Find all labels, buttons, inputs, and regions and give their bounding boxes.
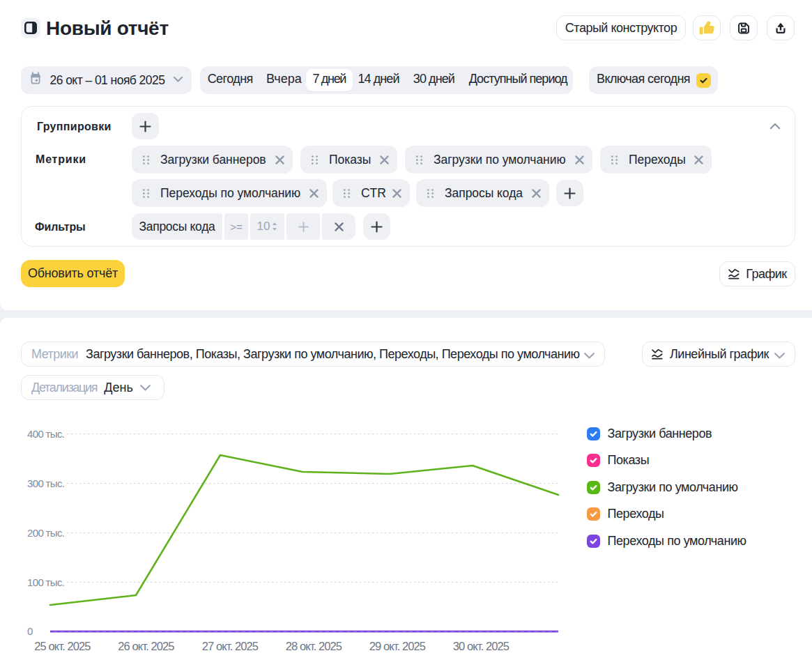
svg-text:0: 0 (27, 625, 33, 637)
svg-text:400 тыс.: 400 тыс. (27, 428, 64, 440)
svg-text:28 окт. 2025: 28 окт. 2025 (286, 640, 342, 652)
svg-text:100 тыс.: 100 тыс. (27, 576, 64, 588)
svg-text:29 окт. 2025: 29 окт. 2025 (369, 640, 426, 652)
svg-text:300 тыс.: 300 тыс. (27, 477, 64, 489)
svg-text:25 окт. 2025: 25 окт. 2025 (34, 640, 91, 652)
svg-text:200 тыс.: 200 тыс. (27, 527, 64, 539)
svg-text:27 окт. 2025: 27 окт. 2025 (202, 640, 259, 652)
svg-text:30 окт. 2025: 30 окт. 2025 (453, 640, 510, 652)
svg-text:26 окт. 2025: 26 окт. 2025 (118, 640, 174, 652)
